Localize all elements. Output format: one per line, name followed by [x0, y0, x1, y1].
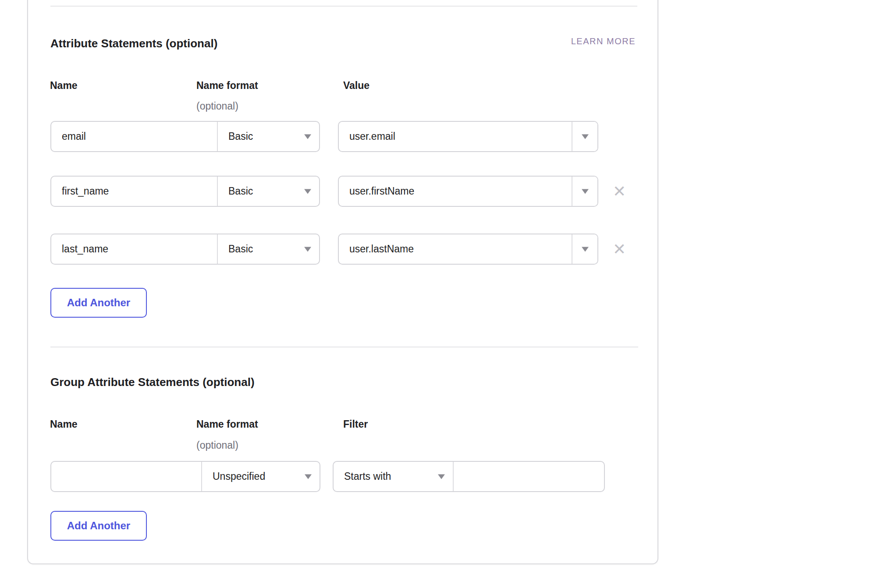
- column-header-name-format: Name format: [196, 418, 258, 431]
- chevron-down-icon: [304, 247, 311, 251]
- attribute-value-group: [338, 176, 598, 207]
- attribute-value-group: [338, 121, 598, 152]
- column-header-value: Value: [343, 79, 369, 92]
- remove-row-button[interactable]: ✕: [610, 240, 629, 259]
- filter-type-select-value: Starts with: [344, 471, 391, 482]
- attribute-row: Basic: [50, 121, 320, 152]
- filter-value-input[interactable]: [454, 462, 604, 491]
- close-icon: ✕: [613, 241, 626, 257]
- value-dropdown-button[interactable]: [572, 177, 597, 206]
- section-divider: [50, 347, 638, 347]
- group-filter-group: Starts with: [333, 461, 605, 492]
- chevron-down-icon: [582, 189, 589, 194]
- name-format-select[interactable]: Basic: [218, 177, 319, 206]
- attribute-value-input[interactable]: [339, 234, 572, 264]
- attribute-value-input[interactable]: [339, 177, 572, 206]
- value-dropdown-button[interactable]: [572, 234, 597, 264]
- column-header-filter: Filter: [343, 418, 368, 431]
- filter-type-select[interactable]: Starts with: [334, 462, 454, 491]
- group-name-format-select[interactable]: Unspecified: [202, 462, 320, 491]
- learn-more-link[interactable]: LEARN MORE: [571, 36, 636, 46]
- page: Attribute Statements (optional) LEARN MO…: [0, 0, 874, 588]
- add-attribute-button[interactable]: Add Another: [50, 288, 147, 318]
- name-format-select[interactable]: Basic: [218, 234, 319, 264]
- name-format-select-value: Basic: [228, 243, 253, 255]
- attribute-name-input[interactable]: [51, 122, 218, 151]
- column-header-name: Name: [50, 418, 78, 431]
- add-group-attribute-button[interactable]: Add Another: [50, 511, 147, 541]
- column-header-name-format-note: (optional): [196, 99, 238, 113]
- saml-settings-card: Attribute Statements (optional) LEARN MO…: [27, 0, 658, 564]
- chevron-down-icon: [438, 474, 445, 479]
- attribute-row: Basic: [50, 176, 320, 207]
- chevron-down-icon: [582, 134, 589, 139]
- attribute-value-input[interactable]: [339, 122, 572, 151]
- close-icon: ✕: [613, 184, 626, 199]
- chevron-down-icon: [304, 189, 311, 194]
- column-header-name: Name: [50, 79, 78, 92]
- attribute-value-group: [338, 234, 598, 265]
- chevron-down-icon: [305, 474, 312, 479]
- group-attribute-statements-heading: Group Attribute Statements (optional): [50, 375, 255, 390]
- attribute-name-input[interactable]: [51, 177, 218, 206]
- name-format-select[interactable]: Basic: [218, 122, 319, 151]
- group-attribute-row: Unspecified: [50, 461, 320, 492]
- column-header-name-format-note: (optional): [196, 439, 238, 452]
- column-header-name-format: Name format: [196, 79, 258, 92]
- attribute-statements-heading: Attribute Statements (optional): [50, 36, 217, 51]
- attribute-name-input[interactable]: [51, 234, 218, 264]
- name-format-select-value: Basic: [228, 131, 253, 142]
- group-name-input[interactable]: [51, 462, 202, 491]
- name-format-select-value: Basic: [228, 185, 253, 197]
- chevron-down-icon: [304, 134, 311, 139]
- group-name-format-select-value: Unspecified: [213, 471, 265, 482]
- remove-row-button[interactable]: ✕: [610, 182, 629, 201]
- attribute-row: Basic: [50, 234, 320, 265]
- section-divider-top: [50, 6, 637, 7]
- value-dropdown-button[interactable]: [572, 122, 597, 151]
- chevron-down-icon: [582, 247, 589, 251]
